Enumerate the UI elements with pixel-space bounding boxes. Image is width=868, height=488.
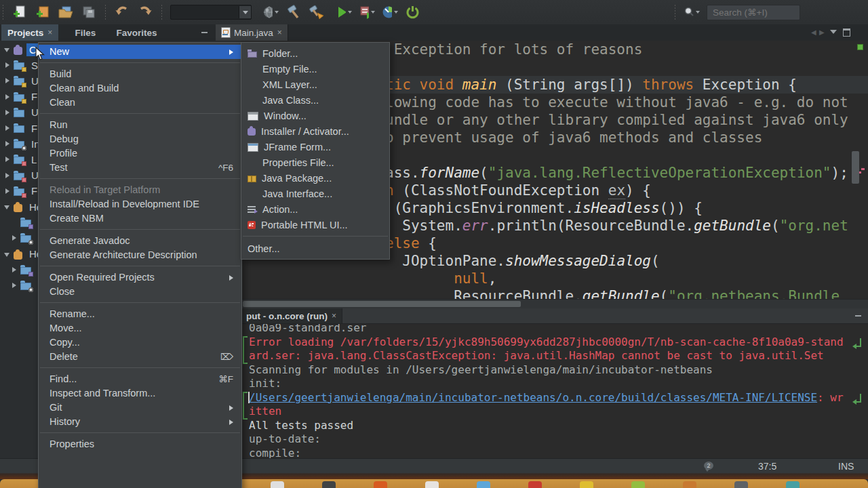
- tree-expand-arrow[interactable]: [11, 282, 19, 289]
- tree-expand-arrow[interactable]: [4, 94, 12, 100]
- search-input[interactable]: [711, 7, 795, 18]
- tree-expand-arrow[interactable]: [11, 235, 19, 241]
- tree-expand-arrow[interactable]: [4, 156, 12, 163]
- tree-item-u-8[interactable]: U: [4, 168, 41, 183]
- submenu-item-other[interactable]: Other...: [241, 241, 389, 256]
- tab-favorites[interactable]: Favorites: [111, 24, 163, 41]
- build-hammer-icon[interactable]: [285, 4, 302, 20]
- menu-item-install-reload-in-development-ide[interactable]: Install/Reload in Development IDE: [39, 197, 241, 211]
- clean-build-hammer-icon[interactable]: [309, 4, 325, 20]
- debug-icon[interactable]: [359, 4, 375, 20]
- profile-dropdown-caret[interactable]: [394, 11, 398, 14]
- menu-item-clean-and-build[interactable]: Clean and Build: [39, 81, 241, 96]
- minimize-output-icon[interactable]: [855, 315, 861, 317]
- menu-item-delete[interactable]: Delete⌦: [39, 350, 241, 364]
- maximize-window-icon[interactable]: [843, 28, 850, 37]
- editor-horizontal-scrollbar[interactable]: [241, 299, 868, 308]
- stop-icon[interactable]: [405, 4, 421, 20]
- minimize-panel-icon[interactable]: [201, 32, 208, 33]
- output-tab-close-icon[interactable]: ×: [332, 311, 336, 321]
- submenu-item-properties-file[interactable]: Properties File...: [241, 155, 389, 170]
- submenu-item-folder[interactable]: Folder...: [241, 45, 389, 61]
- menu-item-debug[interactable]: Debug: [39, 132, 241, 146]
- submenu-item-java-class[interactable]: Java Class...: [241, 92, 389, 108]
- menu-item-properties[interactable]: Properties: [39, 437, 241, 451]
- menu-item-rename[interactable]: Rename...: [39, 307, 241, 321]
- tree-item-u-2[interactable]: U: [4, 73, 41, 88]
- submenu-item-java-interface[interactable]: Java Interface...: [241, 186, 389, 201]
- tab-close-icon[interactable]: ×: [277, 28, 282, 37]
- tree-expand-arrow[interactable]: [4, 203, 12, 210]
- submenu-item-java-package[interactable]: Java Package...: [241, 170, 389, 186]
- profile-icon[interactable]: [382, 4, 398, 20]
- submenu-item-empty-file[interactable]: Empty File...: [241, 61, 389, 77]
- run-dropdown-caret[interactable]: [348, 11, 352, 14]
- save-all-icon[interactable]: [81, 4, 97, 20]
- tree-item-f-3[interactable]: F: [4, 89, 40, 104]
- search-scope-icon[interactable]: [684, 4, 700, 20]
- menu-item-profile[interactable]: Profile: [39, 146, 241, 161]
- menu-item-git[interactable]: Git: [39, 401, 241, 415]
- new-file-icon[interactable]: [12, 4, 28, 20]
- open-project-icon[interactable]: [58, 4, 74, 20]
- notifications-icon[interactable]: 2: [704, 462, 713, 470]
- menu-item-generate-architecture-description[interactable]: Generate Architecture Description: [39, 248, 241, 262]
- deploy-globe-icon[interactable]: [262, 4, 279, 20]
- tab-scroll-left-icon[interactable]: ◀: [811, 28, 816, 36]
- tree-expand-arrow[interactable]: [4, 77, 12, 84]
- menu-item-create-nbm[interactable]: Create NBM: [39, 211, 241, 226]
- tab-projects[interactable]: Projects×: [1, 24, 58, 41]
- search-scope-caret[interactable]: [696, 11, 700, 14]
- combobox-arrow-icon[interactable]: [239, 6, 251, 18]
- quick-search-box[interactable]: [707, 5, 800, 20]
- project-config-combobox[interactable]: [170, 5, 252, 20]
- submenu-item-action[interactable]: Action...: [241, 201, 389, 217]
- scrollbar-thumb[interactable]: [243, 301, 521, 307]
- menu-item-find[interactable]: Find...⌘F: [39, 372, 241, 386]
- menu-item-build[interactable]: Build: [39, 67, 241, 81]
- tree-expand-arrow[interactable]: [11, 266, 19, 273]
- menu-item-inspect-and-transform[interactable]: Inspect and Transform...: [39, 386, 241, 401]
- tree-expand-arrow[interactable]: [4, 62, 12, 68]
- menu-item-history[interactable]: History: [39, 415, 241, 429]
- tree-item-f-9[interactable]: F: [4, 184, 40, 199]
- tree-item-in-6[interactable]: In: [4, 136, 43, 151]
- new-project-icon[interactable]: [35, 4, 51, 20]
- submenu-item-installer-activator[interactable]: Installer / Activator...: [241, 123, 389, 139]
- tree-expand-arrow[interactable]: [4, 188, 12, 195]
- menu-item-close[interactable]: Close: [39, 285, 241, 299]
- submenu-item-xml-layer[interactable]: XML Layer...: [241, 77, 389, 92]
- tab-list-dropdown-icon[interactable]: [830, 30, 837, 34]
- tree-expand-arrow[interactable]: [4, 140, 12, 147]
- tree-expand-arrow[interactable]: [4, 46, 12, 53]
- tree-expand-arrow[interactable]: [4, 125, 12, 131]
- redo-icon[interactable]: [137, 4, 153, 20]
- tree-expand-arrow[interactable]: [4, 172, 12, 179]
- tab-scroll-right-icon[interactable]: ▶: [819, 28, 825, 36]
- menu-item-test[interactable]: Test^F6: [39, 161, 241, 175]
- menu-item-copy[interactable]: Copy...: [39, 336, 241, 350]
- tree-item-l-7[interactable]: L: [4, 152, 39, 167]
- debug-dropdown-caret[interactable]: [371, 11, 375, 14]
- submenu-item-portable-html-ui[interactable]: Portable HTML UI...: [241, 217, 389, 232]
- tree-expand-arrow[interactable]: [4, 109, 12, 116]
- tab-main-java[interactable]: Main.java ×: [216, 24, 288, 41]
- menu-item-move[interactable]: Move...: [39, 321, 241, 336]
- menu-item-open-required-projects[interactable]: Open Required Projects: [39, 270, 241, 285]
- menu-item-generate-javadoc[interactable]: Generate Javadoc: [39, 234, 241, 248]
- menu-item-new[interactable]: New: [39, 45, 241, 59]
- menu-item-clean[interactable]: Clean: [39, 96, 241, 110]
- submenu-item-jframe-form[interactable]: JFrame Form...: [241, 139, 389, 155]
- tree-item-u-4[interactable]: U: [4, 105, 41, 120]
- submenu-item-window[interactable]: Window...: [241, 108, 389, 123]
- tab-files[interactable]: Files: [69, 24, 102, 41]
- run-icon[interactable]: [336, 4, 352, 20]
- menu-item-run[interactable]: Run: [39, 118, 241, 132]
- editor-vertical-scrollbar[interactable]: [852, 151, 859, 184]
- undo-icon[interactable]: [114, 4, 130, 20]
- tree-item-f-5[interactable]: F: [4, 121, 40, 136]
- error-stripe-mark[interactable]: [861, 168, 865, 170]
- deploy-dropdown-caret[interactable]: [275, 11, 279, 14]
- tree-expand-arrow[interactable]: [4, 251, 12, 258]
- output-tab[interactable]: put - o.n.core (run) ×: [241, 308, 342, 323]
